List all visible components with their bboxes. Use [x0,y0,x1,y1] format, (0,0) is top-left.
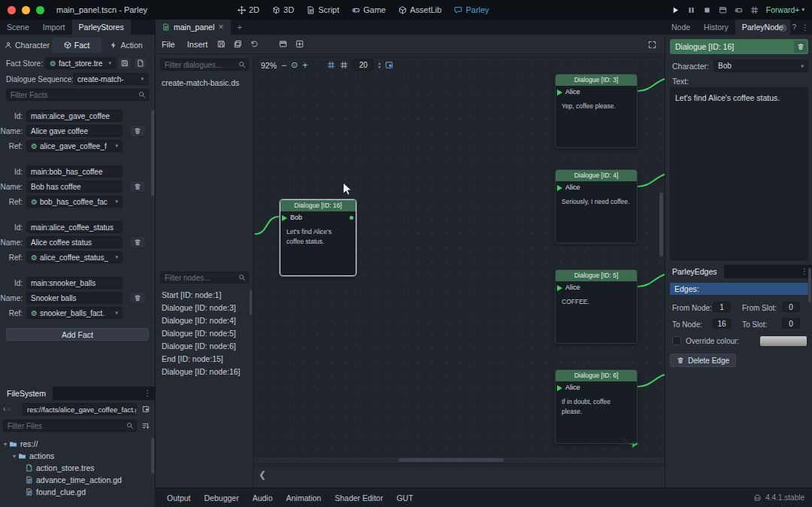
dialogue-sequence-dropdown[interactable]: create-match- ▾ [73,73,148,85]
close-window-button[interactable] [8,6,16,14]
graph-node-dialogue-6[interactable]: Dialogue [ID: 6] Alice If in doubt, coff… [555,369,638,444]
tab-history[interactable]: History [697,20,735,35]
parleyedges-menu-icon[interactable]: ⋮ [801,267,808,275]
input-slot-icon[interactable] [282,215,287,221]
workspace-tab-game[interactable]: Game [352,5,386,14]
refresh-button[interactable] [247,37,262,52]
tree-item-action-store[interactable]: action_store.tres [2,462,150,474]
tree-item-found-clue[interactable]: found_clue.gd [2,486,150,498]
workspace-tab-script[interactable]: Script [307,5,339,14]
filter-dialogues-input[interactable] [160,59,249,71]
colour-swatch[interactable] [760,336,807,346]
focus-file-button[interactable] [140,403,152,415]
delete-node-button[interactable] [794,41,807,53]
facts-scrollbar[interactable] [151,110,154,196]
tab-parleyedges[interactable]: ParleyEdges [665,265,724,278]
renderer-selector[interactable]: Forward+ ▾ [766,5,804,14]
run-instances-button[interactable] [750,6,759,14]
graph-node-dialogue-4[interactable]: Dialogue [ID: 4] Alice Seriously, I need… [555,169,638,244]
run-dialogue-button[interactable] [275,37,290,52]
filter-dialogues-search[interactable] [160,59,249,71]
tab-parleystores[interactable]: ParleyStores [72,20,131,35]
new-tab-button[interactable]: + [231,20,249,35]
filter-nodes-input[interactable] [160,272,249,284]
workspace-tab-assetlib[interactable]: AssetLib [398,5,441,14]
stop-button[interactable] [703,6,711,14]
fact-ref-dropdown[interactable]: ⚙ bob_has_coffee_fac ▾ [26,196,123,208]
caret-down-icon[interactable]: ▾ [2,441,9,448]
grid-toggle-icon[interactable] [340,61,348,69]
graph-node-dialogue-3[interactable]: Dialogue [ID: 3] Alice Yep, coffee pleas… [555,74,638,148]
pause-button[interactable] [687,6,695,14]
play-button[interactable] [671,6,680,14]
delete-edge-button[interactable]: Delete Edge [670,354,736,367]
fact-name-field[interactable]: Alice gave coffee [26,125,123,137]
movie-maker-button[interactable] [719,6,727,14]
filetree-scrollbar[interactable] [151,438,154,474]
zoom-in-button[interactable]: + [302,60,308,71]
gut-button[interactable]: GUT [390,488,419,507]
animation-button[interactable]: Animation [280,488,328,507]
tree-item-res[interactable]: ▾ res:// [2,438,150,450]
delete-fact-button[interactable] [129,125,146,137]
fact-ref-dropdown[interactable]: ⚙ alice_gave_coffee_f ▾ [26,140,123,152]
dialogue-text-area[interactable]: Let's find Alice's coffee status. [670,87,808,260]
character-dropdown[interactable]: Bob ▾ [714,59,808,72]
store-tab-character[interactable]: Character [2,38,52,53]
fact-ref-dropdown[interactable]: ⚙ snooker_balls_fact. ▾ [26,307,123,319]
maximize-window-button[interactable] [36,6,44,14]
store-tab-fact[interactable]: Fact [52,38,102,53]
edges-header-row[interactable]: Edges: [670,283,808,295]
edit-store-button[interactable] [134,57,147,69]
fact-store-dropdown[interactable]: ⚙ fact_store.tre ▾ [45,57,116,69]
tab-import[interactable]: Import [36,20,72,35]
snap-distance-field[interactable]: 20 [353,59,374,71]
edges-scrollbar[interactable] [808,268,811,302]
filter-nodes-search[interactable] [160,272,249,284]
stepper-down-icon[interactable]: ▾ [378,65,380,69]
to-slot-value[interactable]: 0 [782,318,800,329]
delete-fact-button[interactable] [129,236,146,248]
history-forward-icon[interactable]: › [8,404,11,413]
insert-menu[interactable]: Insert [183,35,213,53]
play-scene-button[interactable] [735,6,743,14]
input-slot-icon[interactable] [557,185,562,191]
graph-node-dialogue-5[interactable]: Dialogue [ID: 5] Alice COFFEE. [555,269,638,344]
input-slot-icon[interactable] [557,285,562,291]
from-node-value[interactable]: 1 [713,302,731,312]
workspace-tab-2d[interactable]: 2D [238,5,259,14]
collapse-side-panel-button[interactable]: ❮ [256,468,268,481]
current-path-field[interactable]: res://facts/alice_gave_coffee_fact.g [23,403,137,415]
node-list-item[interactable]: Dialogue [ID: node:4] [156,314,252,326]
fact-ref-dropdown[interactable]: ⚙ alice_coffee_status_ ▾ [26,251,123,263]
zoom-out-button[interactable]: − [281,60,286,71]
sort-files-button[interactable] [140,420,152,432]
audio-button[interactable]: Audio [247,488,279,507]
minimap-toggle-icon[interactable] [385,61,393,69]
node-list-item[interactable]: Dialogue [ID: node:5] [156,326,252,339]
snap-grid-toggle-icon[interactable] [327,61,335,69]
history-back-icon[interactable]: ‹ [3,404,6,413]
workspace-tab-parley[interactable]: Parley [454,5,489,14]
graph-hscrollbar-track[interactable] [253,457,665,463]
delete-fact-button[interactable] [129,292,146,304]
filter-facts-input[interactable] [6,89,149,101]
snap-stepper[interactable]: ▴ ▾ [378,62,380,69]
fact-name-field[interactable]: Bob has coffee [26,181,123,193]
tree-item-actions[interactable]: ▾ actions [2,450,150,462]
delete-fact-button[interactable] [129,181,146,193]
tab-scene[interactable]: Scene [0,20,36,35]
filter-facts-search[interactable] [6,89,149,101]
fact-id-field[interactable]: main:snooker_balls [26,277,123,289]
node-list-scrollbar[interactable] [250,290,252,315]
shader-editor-button[interactable]: Shader Editor [329,488,389,507]
output-button[interactable]: Output [161,488,197,507]
tab-node[interactable]: Node [665,20,697,35]
duplicate-button[interactable] [230,37,245,52]
store-tab-action[interactable]: Action [102,38,151,53]
save-store-button[interactable] [118,57,132,69]
minimize-window-button[interactable] [22,6,30,14]
tab-filesystem[interactable]: FileSystem [0,387,53,400]
node-list-item[interactable]: Start [ID: node:1] [156,288,252,301]
filter-files-input[interactable] [3,420,137,432]
